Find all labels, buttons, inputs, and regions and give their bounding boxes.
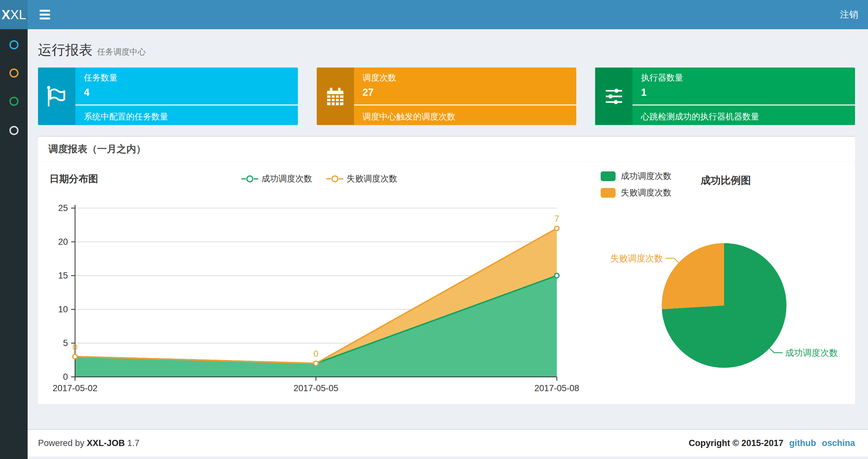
logo-bold: X [2,7,10,22]
panel-title: 调度报表（一月之内） [38,137,855,162]
oschina-link[interactable]: oschina [822,438,855,448]
app-logo[interactable]: XXL [0,0,28,29]
report-panel: 调度报表（一月之内） 日期分布图 成功调度次数失败调度次数 0070510152… [38,136,855,404]
circle-icon [9,97,19,106]
line-chart-plot: 00705101520252017-05-022017-05-052017-05… [38,162,596,404]
sidebar-item-log[interactable] [0,92,28,111]
sliders-icon [595,67,632,125]
sidebar-item-report[interactable] [0,35,28,55]
card-desc: 系统中配置的任务数量 [84,111,289,122]
logo-light: XL [10,7,26,22]
svg-text:失败调度次数: 失败调度次数 [610,254,663,263]
svg-text:成功调度次数: 成功调度次数 [785,348,838,358]
svg-text:2017-05-08: 2017-05-08 [534,383,579,393]
svg-text:15: 15 [58,271,68,281]
footer: Powered by XXL-JOB 1.7 Copyright © 2015-… [28,429,868,456]
card-desc: 调度中心触发的调度次数 [363,111,568,122]
product-name: XXL-JOB [87,438,125,448]
main-content: 运行报表 任务调度中心 任务数量 4 系统中配置的任务数量 [28,29,868,459]
stat-card-triggers: 调度次数 27 调度中心触发的调度次数 [317,67,577,125]
card-desc: 心跳检测成功的执行器机器数量 [641,111,846,122]
card-title: 执行器数量 [641,72,846,84]
card-title: 任务数量 [84,72,289,84]
flag-icon [38,67,75,125]
top-navbar: XXL 注销 [0,0,868,29]
github-link[interactable]: github [789,438,816,448]
svg-text:2017-05-02: 2017-05-02 [53,383,97,393]
calendar-icon [317,67,354,125]
circle-icon [9,68,19,77]
card-value: 1 [641,87,846,98]
svg-text:2017-05-05: 2017-05-05 [293,383,338,393]
circle-icon [9,126,19,135]
svg-text:25: 25 [58,203,68,213]
success-ratio-chart: 成功比例图 成功调度次数失败调度次数 成功调度次数失败调度次数 [596,162,856,404]
stat-card-jobs: 任务数量 4 系统中配置的任务数量 [38,67,298,125]
page-header: 运行报表 任务调度中心 [28,29,868,59]
svg-text:5: 5 [63,338,68,348]
powered-by-text: Powered by XXL-JOB 1.7 [38,438,140,448]
logout-link[interactable]: 注销 [840,8,858,21]
date-distribution-chart: 日期分布图 成功调度次数失败调度次数 00705101520252017-05-… [38,162,596,404]
page-title: 运行报表 [38,41,93,59]
svg-text:20: 20 [58,237,68,247]
card-divider [354,104,577,105]
sidebar-item-help[interactable] [0,121,28,140]
svg-text:7: 7 [554,214,559,224]
hamburger-icon[interactable] [33,0,56,29]
stat-card-executors: 执行器数量 1 心跳检测成功的执行器机器数量 [595,67,855,125]
sidebar [0,29,28,459]
card-divider [632,104,855,105]
page-subtitle: 任务调度中心 [97,46,146,57]
svg-text:0: 0 [63,372,68,382]
pie-chart-plot: 成功调度次数失败调度次数 [596,162,856,404]
product-version: 1.7 [127,438,140,448]
card-divider [75,104,298,105]
svg-text:10: 10 [58,304,68,314]
sidebar-item-jobs[interactable] [0,63,28,83]
stat-cards-row: 任务数量 4 系统中配置的任务数量 [38,67,855,125]
card-value: 27 [363,87,568,98]
svg-text:0: 0 [313,349,318,359]
card-title: 调度次数 [363,72,568,84]
copyright-text: Copyright © 2015-2017 [689,438,783,448]
svg-text:0: 0 [72,342,77,352]
card-value: 4 [84,87,289,98]
circle-icon [9,40,19,50]
